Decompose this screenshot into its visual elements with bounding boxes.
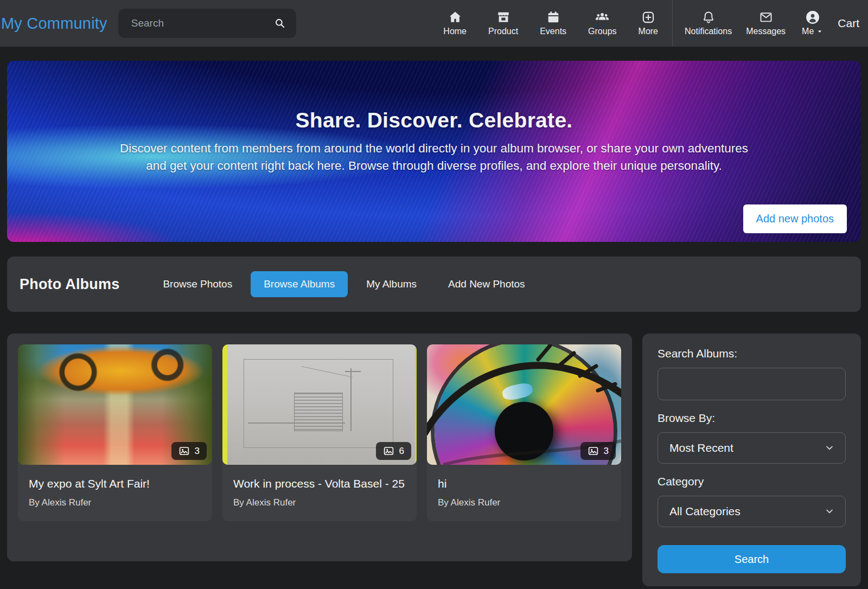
photo-count-badge: 3 xyxy=(580,442,616,460)
category-select[interactable]: All Categories xyxy=(658,496,846,527)
nav-item-more[interactable]: More xyxy=(639,10,658,36)
cart-link[interactable]: Cart xyxy=(838,17,860,30)
photo-count: 3 xyxy=(195,446,200,457)
add-new-photos-button[interactable]: Add new photos xyxy=(743,204,847,233)
hero-title: Share. Discover. Celebrate. xyxy=(7,108,861,132)
nav-label: Notifications xyxy=(685,27,732,36)
nav-label: Me xyxy=(802,27,814,36)
photo-albums-bar: Photo Albums Browse Photos Browse Albums… xyxy=(7,257,861,312)
user-avatar-icon xyxy=(806,10,820,24)
browse-by-label: Browse By: xyxy=(658,412,846,425)
hero-banner: Share. Discover. Celebrate. Discover con… xyxy=(7,61,861,242)
navbar-search xyxy=(118,9,296,38)
section-title: Photo Albums xyxy=(20,276,119,293)
nav-item-home[interactable]: Home xyxy=(443,10,467,36)
tab-browse-photos[interactable]: Browse Photos xyxy=(150,271,245,297)
picture-icon xyxy=(178,445,190,457)
album-card[interactable]: 3 hi By Alexis Rufer xyxy=(427,344,621,521)
brand-logo[interactable]: My Community xyxy=(1,15,107,33)
nav-label: Home xyxy=(443,27,467,36)
nav-item-events[interactable]: Events xyxy=(540,10,566,36)
photo-edge xyxy=(222,344,227,465)
album-author: By Alexis Rufer xyxy=(29,497,201,508)
sketch-crossbar xyxy=(345,371,361,372)
storefront-icon xyxy=(496,10,510,24)
sketch-pole xyxy=(350,368,352,431)
album-title[interactable]: My expo at Sylt Art Fair! xyxy=(29,475,201,492)
sketch-ground-line xyxy=(248,422,345,424)
photo-edge xyxy=(415,344,417,465)
nav-label: Product xyxy=(488,27,518,36)
nav-item-notifications[interactable]: Notifications xyxy=(685,10,732,36)
browse-by-select[interactable]: Most Recent xyxy=(658,432,846,464)
search-input[interactable] xyxy=(118,9,296,38)
photo-count-badge: 3 xyxy=(171,442,207,460)
caret-down-icon xyxy=(816,28,824,35)
album-tabs: Browse Photos Browse Albums My Albums Ad… xyxy=(150,271,538,297)
nav-item-product[interactable]: Product xyxy=(488,10,518,36)
album-author: By Alexis Rufer xyxy=(438,497,610,508)
album-search-sidebar: Search Albums: Browse By: Most Recent Ca… xyxy=(642,334,861,586)
navbar-divider xyxy=(672,0,673,47)
category-label: Category xyxy=(658,475,846,488)
nav-label: Groups xyxy=(588,27,616,36)
albums-panel: 3 My expo at Sylt Art Fair! By Alexis Ru… xyxy=(7,334,632,561)
sidebar-search-button[interactable]: Search xyxy=(658,545,846,573)
nav-item-groups[interactable]: Groups xyxy=(588,10,616,36)
album-card[interactable]: 6 Work in process - Volta Basel - 25 By … xyxy=(222,344,417,521)
search-albums-label: Search Albums: xyxy=(658,347,846,360)
home-icon xyxy=(448,10,462,24)
nav-label: Messages xyxy=(746,27,786,36)
chevron-down-icon xyxy=(825,507,834,516)
tab-add-new-photos[interactable]: Add New Photos xyxy=(435,271,538,297)
content-row: 3 My expo at Sylt Art Fair! By Alexis Ru… xyxy=(7,334,861,586)
calendar-icon xyxy=(546,10,560,24)
tab-browse-albums[interactable]: Browse Albums xyxy=(251,271,348,297)
navbar-right: Notifications Messages Me xyxy=(685,10,824,36)
hero-description: Discover content from members from aroun… xyxy=(119,140,749,175)
plus-square-icon xyxy=(641,10,655,24)
envelope-icon xyxy=(759,10,773,24)
photo-count-badge: 6 xyxy=(376,442,411,460)
album-title[interactable]: Work in process - Volta Basel - 25 xyxy=(233,475,406,492)
album-title[interactable]: hi xyxy=(438,475,610,492)
album-cover-image: 6 xyxy=(222,344,417,465)
album-cover-image: 3 xyxy=(427,344,621,465)
main-nav: Home Product Events xyxy=(443,10,658,36)
navbar: My Community Home Product xyxy=(0,0,868,47)
chevron-down-icon xyxy=(825,443,834,453)
nav-label: Events xyxy=(540,27,566,36)
picture-icon xyxy=(588,445,599,457)
browse-by-value: Most Recent xyxy=(669,441,733,454)
photo-count: 6 xyxy=(399,446,404,457)
nav-item-me[interactable]: Me xyxy=(802,10,824,36)
sketch-shed xyxy=(294,393,343,431)
picture-icon xyxy=(383,445,394,457)
search-albums-input[interactable] xyxy=(658,368,846,400)
bell-icon xyxy=(701,10,716,24)
album-cover-image: 3 xyxy=(18,344,212,465)
nav-label: More xyxy=(639,27,658,36)
photo-count: 3 xyxy=(604,446,609,457)
nav-item-messages[interactable]: Messages xyxy=(746,10,786,36)
search-icon[interactable] xyxy=(275,18,285,29)
album-card[interactable]: 3 My expo at Sylt Art Fair! By Alexis Ru… xyxy=(18,344,212,521)
category-value: All Categories xyxy=(669,505,741,518)
album-author: By Alexis Rufer xyxy=(233,497,406,508)
tab-my-albums[interactable]: My Albums xyxy=(353,271,430,297)
groups-icon xyxy=(595,10,609,24)
